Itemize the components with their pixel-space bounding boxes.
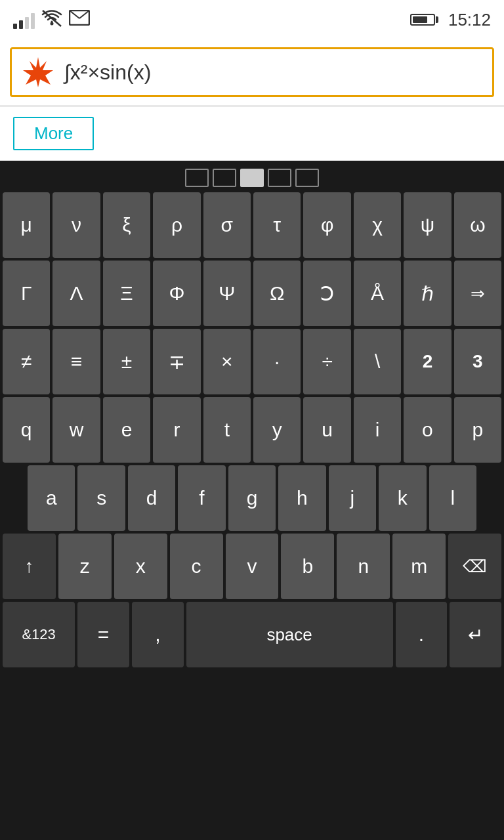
key-z[interactable]: z xyxy=(58,534,112,599)
more-area: More xyxy=(0,107,504,161)
key-x[interactable]: x xyxy=(114,534,167,599)
key-m[interactable]: m xyxy=(392,534,446,599)
key-row-qwerty: q w e r t y u i o p xyxy=(0,397,504,463)
key-psi-upper[interactable]: Ψ xyxy=(203,261,251,326)
key-gamma[interactable]: Γ xyxy=(3,261,50,326)
key-rho[interactable]: ρ xyxy=(153,192,200,258)
enter-key[interactable]: ↵ xyxy=(450,602,501,667)
key-divide[interactable]: ÷ xyxy=(303,329,350,394)
shift-key[interactable]: ↑ xyxy=(3,534,56,599)
key-t[interactable]: t xyxy=(203,397,251,463)
clock: 15:12 xyxy=(448,10,491,30)
key-j[interactable]: j xyxy=(329,465,376,531)
key-omega-upper[interactable]: Ω xyxy=(253,261,301,326)
key-angstrom[interactable]: Å xyxy=(354,261,401,326)
input-bar: ∫x²×sin(x) xyxy=(0,39,504,107)
status-right: 15:12 xyxy=(410,10,491,30)
key-b[interactable]: b xyxy=(281,534,334,599)
key-row-zxcv: ↑ z x c v b n m ⌫ xyxy=(0,534,504,599)
key-mu[interactable]: μ xyxy=(3,192,50,258)
keyboard: μ ν ξ ρ σ τ φ χ ψ ω Γ Λ Ξ Φ Ψ Ω Ͻ Å ℏ ⇒ … xyxy=(0,161,504,667)
message-icon xyxy=(69,10,90,30)
more-button[interactable]: More xyxy=(13,117,94,150)
key-row-greek-lower: μ ν ξ ρ σ τ φ χ ψ ω xyxy=(0,192,504,258)
key-h[interactable]: h xyxy=(278,465,326,531)
key-lambda[interactable]: Λ xyxy=(52,261,100,326)
wifi-icon xyxy=(41,9,62,32)
key-u[interactable]: u xyxy=(303,397,350,463)
key-a[interactable]: a xyxy=(28,465,75,531)
battery-icon xyxy=(410,14,438,26)
key-phi-upper[interactable]: Φ xyxy=(153,261,200,326)
key-c[interactable]: c xyxy=(170,534,223,599)
key-xi-upper[interactable]: Ξ xyxy=(103,261,150,326)
page-dot-3[interactable] xyxy=(240,169,264,187)
svg-line-4 xyxy=(79,10,89,18)
key-psi[interactable]: ψ xyxy=(404,192,451,258)
key-s[interactable]: s xyxy=(77,465,125,531)
equals-key[interactable]: = xyxy=(77,602,129,667)
key-p[interactable]: p xyxy=(454,397,501,463)
key-phi[interactable]: φ xyxy=(303,192,350,258)
key-i[interactable]: i xyxy=(354,397,401,463)
key-l[interactable]: l xyxy=(429,465,476,531)
key-n[interactable]: n xyxy=(337,534,390,599)
key-nu[interactable]: ν xyxy=(52,192,100,258)
key-omega[interactable]: ω xyxy=(454,192,501,258)
key-row-operators: ≠ ≡ ± ∓ × · ÷ \ 2 3 xyxy=(0,329,504,394)
key-xi[interactable]: ξ xyxy=(103,192,150,258)
key-d[interactable]: d xyxy=(128,465,175,531)
key-dot[interactable]: · xyxy=(253,329,301,394)
key-identical[interactable]: ≡ xyxy=(52,329,100,394)
key-backslash[interactable]: \ xyxy=(354,329,401,394)
key-superscript-2[interactable]: 2 xyxy=(404,329,451,394)
key-row-asdf: a s d f g h j k l xyxy=(0,465,504,531)
svg-marker-5 xyxy=(23,57,53,87)
key-row-greek-upper: Γ Λ Ξ Φ Ψ Ω Ͻ Å ℏ ⇒ xyxy=(0,261,504,326)
key-y[interactable]: y xyxy=(253,397,301,463)
key-sigma[interactable]: σ xyxy=(203,192,251,258)
key-implies[interactable]: ⇒ xyxy=(454,261,501,326)
key-row-bottom: &123 = , space . ↵ xyxy=(0,602,504,667)
page-dot-4[interactable] xyxy=(268,169,291,187)
key-v[interactable]: v xyxy=(226,534,279,599)
period-key[interactable]: . xyxy=(396,602,448,667)
key-digamma[interactable]: Ͻ xyxy=(303,261,350,326)
page-indicators xyxy=(0,161,504,192)
key-notequal[interactable]: ≠ xyxy=(3,329,50,394)
key-e[interactable]: e xyxy=(103,397,150,463)
key-superscript-3[interactable]: 3 xyxy=(454,329,501,394)
space-key[interactable]: space xyxy=(186,602,393,667)
key-chi[interactable]: χ xyxy=(354,192,401,258)
backspace-key[interactable]: ⌫ xyxy=(448,534,501,599)
key-minusplus[interactable]: ∓ xyxy=(153,329,200,394)
svg-line-3 xyxy=(70,10,79,18)
signal-bars-icon xyxy=(13,10,35,29)
key-w[interactable]: w xyxy=(52,397,100,463)
key-times[interactable]: × xyxy=(203,329,251,394)
key-f[interactable]: f xyxy=(178,465,225,531)
symbols-key[interactable]: &123 xyxy=(3,602,75,667)
key-q[interactable]: q xyxy=(3,397,50,463)
key-hbar[interactable]: ℏ xyxy=(404,261,451,326)
page-dot-5[interactable] xyxy=(295,169,319,187)
status-bar: 15:12 xyxy=(0,0,504,39)
key-plusminus[interactable]: ± xyxy=(103,329,150,394)
page-dot-2[interactable] xyxy=(213,169,236,187)
key-o[interactable]: o xyxy=(404,397,451,463)
comma-key[interactable]: , xyxy=(132,602,184,667)
key-r[interactable]: r xyxy=(153,397,200,463)
key-tau[interactable]: τ xyxy=(253,192,301,258)
formula-display[interactable]: ∫x²×sin(x) xyxy=(64,60,482,85)
input-container[interactable]: ∫x²×sin(x) xyxy=(10,47,494,97)
status-left xyxy=(13,9,90,32)
page-dot-1[interactable] xyxy=(185,169,209,187)
key-k[interactable]: k xyxy=(379,465,426,531)
key-g[interactable]: g xyxy=(228,465,276,531)
svg-point-0 xyxy=(51,22,54,25)
wolfram-icon xyxy=(22,56,54,89)
